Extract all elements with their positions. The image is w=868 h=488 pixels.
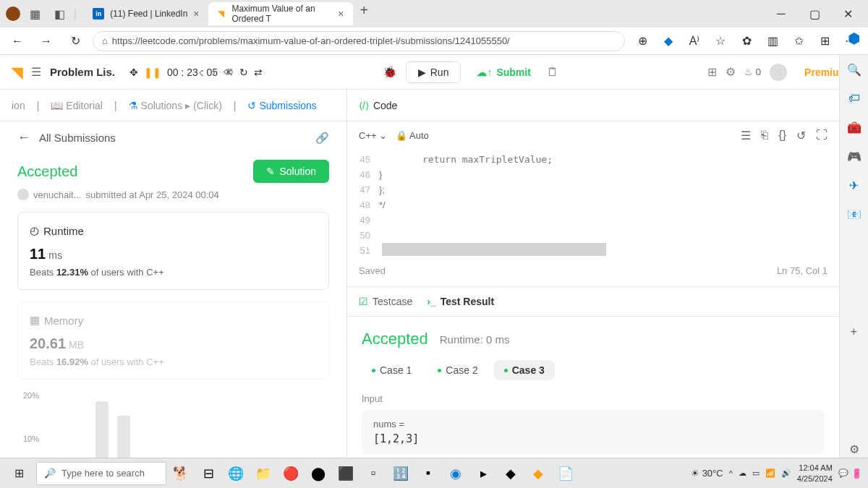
- battery-icon[interactable]: ▭: [752, 468, 760, 478]
- case-2-button[interactable]: Case 2: [427, 360, 488, 380]
- auto-indicator[interactable]: 🔒 Auto: [396, 130, 429, 141]
- vscode-icon[interactable]: ⬛: [333, 461, 359, 487]
- tray-app-icon[interactable]: ▫: [854, 468, 859, 479]
- forward-button[interactable]: →: [35, 30, 58, 53]
- taskbar-search[interactable]: 🔎 Type here to search: [36, 462, 166, 485]
- app-icon-5[interactable]: ◆: [498, 461, 524, 487]
- reset-icon[interactable]: ↻: [239, 67, 248, 78]
- tab-linkedin[interactable]: in (11) Feed | LinkedIn ×: [84, 2, 208, 25]
- chevron-left-icon[interactable]: ‹: [199, 66, 203, 79]
- minimize-button[interactable]: ─: [767, 4, 796, 24]
- app-icon-2[interactable]: ▫: [360, 461, 386, 487]
- clock[interactable]: 12:04 AM 4/25/2024: [797, 463, 833, 484]
- onedrive-icon[interactable]: ☁: [739, 468, 746, 478]
- braces-icon[interactable]: {}: [778, 129, 786, 142]
- problem-list-button[interactable]: Problem Lis.: [50, 66, 115, 78]
- shuffle-icon[interactable]: ⤨: [224, 65, 234, 79]
- link-icon[interactable]: 🔗: [315, 132, 329, 145]
- case-3-button[interactable]: Case 3: [494, 360, 555, 380]
- maximize-button[interactable]: ▢: [800, 4, 829, 24]
- app-icon-7[interactable]: 📄: [553, 461, 579, 487]
- tab-submissions[interactable]: ↺Submissions: [247, 100, 316, 111]
- runtime-card[interactable]: ◴Runtime 11ms Beats 12.31% of users with…: [17, 212, 329, 290]
- code-editor[interactable]: 45return maxTripletValue; 46 } 47}; 48*/…: [347, 149, 839, 261]
- calculator-icon[interactable]: 🔢: [388, 461, 414, 487]
- close-window-button[interactable]: ✕: [833, 4, 862, 24]
- settings-toggle-icon[interactable]: ⇄: [254, 67, 263, 78]
- terminal-icon[interactable]: ▪: [415, 461, 441, 487]
- fullscreen-icon[interactable]: ⛶: [816, 129, 827, 142]
- tab-leetcode[interactable]: ◥ Maximum Value of an Ordered T ×: [208, 2, 353, 25]
- back-button[interactable]: ←: [6, 30, 29, 53]
- collections-icon[interactable]: ⊞: [813, 30, 836, 53]
- weather-widget[interactable]: ☀ 30°C: [691, 468, 723, 479]
- start-button[interactable]: ⊞: [3, 460, 35, 487]
- explorer-icon[interactable]: 📁: [250, 461, 276, 487]
- close-icon[interactable]: ×: [193, 8, 199, 20]
- leetcode-logo-icon[interactable]: ◥: [12, 64, 22, 81]
- test-result-tab[interactable]: ›_Test Result: [427, 296, 494, 316]
- streak-counter[interactable]: ♨ 0: [744, 67, 761, 77]
- layout-icon[interactable]: ⊞: [707, 65, 717, 79]
- favorites-icon[interactable]: ✩: [787, 30, 810, 53]
- debug-icon[interactable]: 🐞: [383, 65, 397, 79]
- chevron-up-icon[interactable]: ^: [729, 469, 733, 478]
- move-icon[interactable]: ✥: [129, 67, 138, 78]
- app-icon-4[interactable]: ▸: [470, 461, 496, 487]
- url-input[interactable]: ⌂ https://leetcode.com/problems/maximum-…: [93, 31, 625, 51]
- list-icon[interactable]: ☰: [31, 65, 41, 79]
- submit-button[interactable]: ☁↑ Submit: [469, 62, 537, 82]
- memory-card[interactable]: ▦Memory 20.61MB Beats 16.92% of users wi…: [17, 301, 329, 380]
- chevron-right-icon[interactable]: ›: [211, 66, 215, 79]
- gear-icon[interactable]: ⚙: [726, 65, 736, 79]
- format-icon[interactable]: ☰: [741, 129, 751, 142]
- new-tab-button[interactable]: +: [353, 2, 376, 25]
- chrome-icon[interactable]: 🔴: [278, 461, 304, 487]
- run-button[interactable]: ▶ Run: [406, 61, 461, 83]
- workspaces-icon[interactable]: ▦: [25, 4, 45, 24]
- split-icon[interactable]: ▥: [761, 30, 784, 53]
- back-arrow-icon[interactable]: ←: [17, 130, 30, 145]
- tab-editorial[interactable]: 📖Editorial: [51, 100, 103, 111]
- shopping-tag-icon[interactable]: 🏷: [846, 90, 863, 107]
- read-aloud-icon[interactable]: A⁾: [683, 30, 706, 53]
- notifications-icon[interactable]: 💬: [838, 468, 848, 478]
- testcase-tab[interactable]: ☑Testcase: [359, 296, 412, 316]
- shopping-icon[interactable]: ◆: [657, 30, 680, 53]
- tab-solutions[interactable]: ⚗Solutions ▸ (Click): [129, 100, 222, 111]
- reset-code-icon[interactable]: ↺: [796, 129, 806, 142]
- task-view-icon[interactable]: ⊟: [195, 461, 221, 487]
- send-icon[interactable]: ✈: [846, 176, 863, 194]
- pause-icon[interactable]: ❚❚: [144, 67, 161, 78]
- bookmark-icon[interactable]: ⎗: [761, 129, 768, 142]
- favorite-icon[interactable]: ☆: [709, 30, 732, 53]
- app-icon[interactable]: ⬤: [305, 461, 331, 487]
- toolbox-icon[interactable]: 🧰: [846, 119, 863, 136]
- search-icon[interactable]: 🔍: [846, 61, 863, 78]
- dog-widget-icon[interactable]: 🐕: [168, 461, 194, 487]
- solution-button[interactable]: ✎ Solution: [253, 160, 329, 183]
- close-icon[interactable]: ×: [338, 8, 344, 20]
- app-icon-3[interactable]: ◉: [443, 461, 469, 487]
- plus-icon[interactable]: +: [846, 323, 863, 341]
- wifi-icon[interactable]: 📶: [765, 468, 775, 478]
- extensions-icon[interactable]: ✿: [735, 30, 758, 53]
- user-avatar[interactable]: [770, 64, 787, 81]
- volume-icon[interactable]: 🔊: [781, 468, 791, 478]
- sidebar-toggle-icon[interactable]: ◧: [49, 4, 69, 24]
- note-icon[interactable]: 🗒: [547, 66, 558, 79]
- case-1-button[interactable]: Case 1: [362, 360, 422, 380]
- games-icon[interactable]: 🎮: [846, 147, 863, 165]
- app-icon-6[interactable]: ◆: [525, 461, 551, 487]
- profile-avatar[interactable]: [6, 7, 20, 21]
- outlook-icon[interactable]: 📧: [846, 205, 863, 223]
- code-tab[interactable]: ⟨/⟩ Code: [359, 100, 397, 111]
- edge-icon[interactable]: 🌐: [223, 461, 249, 487]
- username[interactable]: venuchait...: [33, 189, 82, 200]
- zoom-icon[interactable]: ⊕: [631, 30, 654, 53]
- copilot-icon[interactable]: ⬢: [839, 22, 868, 55]
- reload-button[interactable]: ↻: [64, 30, 87, 53]
- gear-icon[interactable]: ⚙: [846, 440, 863, 458]
- language-selector[interactable]: C++ ⌄: [359, 130, 387, 141]
- tab-description[interactable]: ion: [12, 100, 25, 111]
